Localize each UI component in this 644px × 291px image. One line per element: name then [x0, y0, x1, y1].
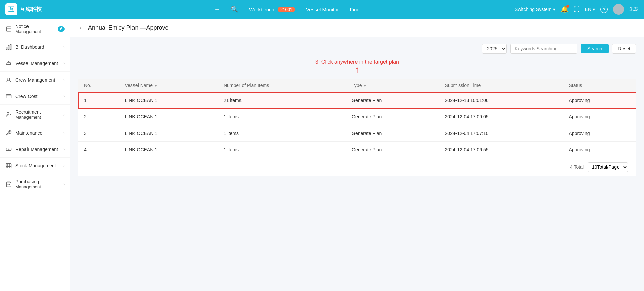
type-filter-icon[interactable]: ▼	[363, 84, 367, 88]
cell-status: Approving	[564, 125, 636, 142]
nav-right: Switching System ▾ 🔔 ⛶ EN ▾ ? 朱慧	[515, 4, 639, 15]
svg-rect-4	[8, 46, 9, 50]
cell-items: 1 items	[218, 125, 346, 142]
repair-label: Repair Management	[15, 147, 58, 152]
svg-rect-7	[6, 95, 11, 98]
page-size-select[interactable]: 10Total/Page 20Total/Page 50Total/Page	[588, 162, 628, 172]
annotation-text: 3. Click anywhere in the target plan	[315, 59, 399, 65]
keyword-search-input[interactable]	[510, 44, 577, 54]
year-select[interactable]: 2025 2024 2026	[482, 44, 507, 54]
switching-chevron-icon: ▾	[553, 7, 555, 12]
sidebar-item-stock-mgmt[interactable]: Stock Management ›	[0, 158, 70, 174]
crew-mgmt-icon	[5, 77, 12, 83]
bell-dot	[566, 5, 569, 8]
search-button[interactable]: Search	[581, 44, 609, 53]
crew-cost-label: Crew Cost	[15, 94, 37, 99]
svg-rect-13	[6, 163, 11, 168]
table-row[interactable]: 4 LINK OCEAN 1 1 items Generate Plan 202…	[78, 142, 636, 158]
table-row[interactable]: 2 LINK OCEAN 1 1 items Generate Plan 202…	[78, 109, 636, 125]
crew-mgmt-label: Crew Management	[15, 77, 55, 83]
purchasing-sublabel: Management	[15, 184, 60, 189]
svg-point-12	[8, 149, 9, 150]
sidebar-item-recruitment[interactable]: Recruitment Management ›	[0, 105, 70, 125]
maintenance-label: Maintenance	[15, 130, 42, 136]
workbench-nav[interactable]: Workbench 21001	[249, 7, 295, 12]
data-table: No. Vessel Name ▼ Number of Plan Items T…	[78, 79, 636, 158]
language-selector[interactable]: EN ▾	[585, 7, 595, 12]
expand-icon[interactable]: ⛶	[574, 6, 580, 13]
col-vessel-name: Vessel Name ▼	[120, 79, 218, 92]
purchasing-chevron-icon: ›	[63, 182, 65, 187]
cell-status: Approving	[564, 92, 636, 109]
sidebar-item-crew-cost[interactable]: Crew Cost ›	[0, 88, 70, 105]
logo-icon: 互	[5, 3, 17, 15]
svg-rect-0	[6, 27, 11, 31]
notice-badge: 6	[58, 26, 65, 32]
cell-vessel: LINK OCEAN 1	[120, 142, 218, 158]
cell-vessel: LINK OCEAN 1	[120, 92, 218, 109]
cell-submission-time: 2024-12-04 17:07:10	[440, 125, 564, 142]
back-button[interactable]: ←	[78, 24, 85, 31]
help-icon[interactable]: ?	[600, 6, 608, 13]
cell-vessel: LINK OCEAN 1	[120, 125, 218, 142]
find-nav[interactable]: Find	[350, 7, 360, 12]
cell-status: Approving	[564, 142, 636, 158]
nav-center: ← 🔍 Workbench 21001 Vessel Monitor Find	[66, 6, 508, 13]
annotation-arrow-icon: ↑	[78, 65, 636, 75]
avatar[interactable]	[613, 4, 624, 15]
cell-type: Generate Plan	[346, 125, 440, 142]
cell-status: Approving	[564, 109, 636, 125]
svg-rect-5	[10, 45, 11, 50]
recruitment-label: Recruitment	[15, 109, 41, 115]
total-count: 4 Total	[570, 164, 584, 170]
sidebar-item-repair-mgmt[interactable]: Repair Management ›	[0, 141, 70, 158]
cell-submission-time: 2024-12-04 17:09:05	[440, 109, 564, 125]
bi-chevron-icon: ›	[63, 45, 65, 49]
notice-sublabel: Management	[15, 29, 54, 34]
vessel-monitor-nav[interactable]: Vessel Monitor	[306, 7, 339, 12]
notification-bell[interactable]: 🔔	[561, 6, 568, 13]
col-submission-time: Submission Time	[440, 79, 564, 92]
stock-icon	[5, 162, 12, 169]
lang-chevron-icon: ▾	[593, 7, 595, 12]
toolbar: 2025 2024 2026 Search Reset	[78, 44, 636, 54]
table-header-row: No. Vessel Name ▼ Number of Plan Items T…	[78, 79, 636, 92]
purchasing-label: Purchasing	[15, 179, 39, 184]
svg-point-9	[7, 112, 9, 114]
cell-type: Generate Plan	[346, 109, 440, 125]
sidebar-item-maintenance[interactable]: Maintenance ›	[0, 125, 70, 141]
col-plan-items: Number of Plan Items	[218, 79, 346, 92]
maintenance-chevron-icon: ›	[63, 131, 65, 135]
workbench-badge: 21001	[278, 7, 295, 12]
sidebar-item-bi-dashboard[interactable]: BI Dashboard ›	[0, 39, 70, 55]
sidebar-item-notice[interactable]: Notice Management 6	[0, 19, 70, 39]
sidebar-item-crew-mgmt[interactable]: Crew Management ›	[0, 72, 70, 88]
col-no: No.	[78, 79, 120, 92]
recruitment-sublabel: Management	[15, 115, 60, 120]
switching-system[interactable]: Switching System ▾	[515, 7, 555, 12]
search-nav-icon[interactable]: 🔍	[231, 6, 238, 13]
maintenance-icon	[5, 130, 12, 136]
main-content: ← Annual Em'cy Plan —Approve 2025 2024 2…	[70, 19, 644, 291]
recruitment-chevron-icon: ›	[63, 112, 65, 117]
sidebar-item-purchasing[interactable]: Purchasing Management ›	[0, 174, 70, 194]
reset-button[interactable]: Reset	[612, 44, 636, 54]
sidebar-item-vessel-mgmt[interactable]: Vessel Management ›	[0, 55, 70, 72]
cell-items: 21 items	[218, 92, 346, 109]
company-name: 互海科技	[20, 6, 42, 13]
back-nav-icon[interactable]: ←	[214, 6, 220, 13]
cell-no: 4	[78, 142, 120, 158]
top-navigation: 互 互海科技 ← 🔍 Workbench 21001 Vessel Monito…	[0, 0, 644, 19]
page-title: Annual Em'cy Plan —Approve	[88, 24, 169, 31]
purchasing-icon	[5, 181, 12, 188]
vessel-label: Vessel Management	[15, 61, 58, 66]
vessel-filter-icon[interactable]: ▼	[154, 84, 158, 88]
cell-submission-time: 2024-12-13 10:01:06	[440, 92, 564, 109]
user-name: 朱慧	[629, 6, 639, 12]
repair-chevron-icon: ›	[63, 147, 65, 152]
vessel-chevron-icon: ›	[63, 61, 65, 66]
table-row[interactable]: 1 LINK OCEAN 1 21 items Generate Plan 20…	[78, 92, 636, 109]
cell-no: 3	[78, 125, 120, 142]
table-row[interactable]: 3 LINK OCEAN 1 1 items Generate Plan 202…	[78, 125, 636, 142]
cell-type: Generate Plan	[346, 92, 440, 109]
